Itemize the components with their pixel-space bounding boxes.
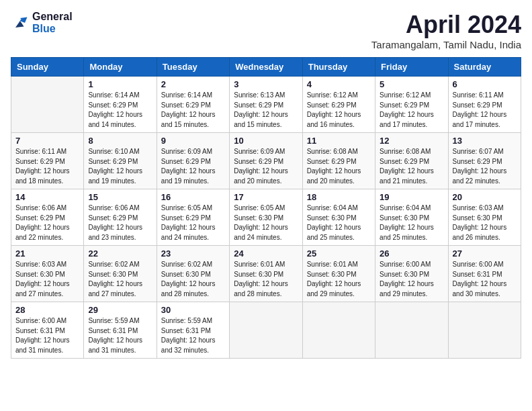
calendar-cell: 25Sunrise: 6:01 AMSunset: 6:30 PMDayligh…: [302, 246, 375, 302]
sunset-text: Sunset: 6:29 PM: [88, 214, 152, 224]
sunset-text: Sunset: 6:29 PM: [380, 101, 443, 111]
daylight-text-2: and 27 minutes.: [88, 289, 152, 300]
sunset-text: Sunset: 6:30 PM: [380, 270, 443, 280]
daylight-text-1: Daylight: 12 hours: [453, 167, 517, 177]
calendar-cell: 13Sunrise: 6:07 AMSunset: 6:29 PMDayligh…: [448, 133, 521, 189]
calendar-cell: [375, 302, 448, 359]
sunset-text: Sunset: 6:29 PM: [161, 157, 225, 167]
sunset-text: Sunset: 6:29 PM: [88, 101, 152, 111]
sunrise-text: Sunrise: 6:00 AM: [15, 316, 79, 326]
daylight-text-2: and 16 minutes.: [307, 120, 371, 130]
calendar-cell: 28Sunrise: 6:00 AMSunset: 6:31 PMDayligh…: [11, 302, 84, 359]
calendar-cell: 27Sunrise: 6:00 AMSunset: 6:31 PMDayligh…: [448, 246, 521, 302]
daylight-text-1: Daylight: 12 hours: [307, 167, 371, 177]
sunrise-text: Sunrise: 6:00 AM: [380, 260, 443, 270]
daylight-text-2: and 19 minutes.: [161, 177, 225, 187]
week-row-3: 14Sunrise: 6:06 AMSunset: 6:29 PMDayligh…: [11, 189, 521, 246]
day-number: 3: [234, 79, 298, 89]
day-number: 15: [88, 192, 152, 202]
calendar-cell: [11, 77, 84, 133]
daylight-text-1: Daylight: 12 hours: [88, 167, 152, 177]
daylight-text-1: Daylight: 12 hours: [380, 223, 443, 233]
day-info: Sunrise: 5:59 AMSunset: 6:31 PMDaylight:…: [161, 316, 225, 355]
week-row-5: 28Sunrise: 6:00 AMSunset: 6:31 PMDayligh…: [11, 302, 521, 359]
calendar-cell: 6Sunrise: 6:11 AMSunset: 6:29 PMDaylight…: [448, 77, 521, 133]
daylight-text-2: and 31 minutes.: [88, 346, 152, 356]
sunset-text: Sunset: 6:31 PM: [161, 326, 225, 336]
daylight-text-1: Daylight: 12 hours: [88, 336, 152, 346]
daylight-text-2: and 24 minutes.: [161, 233, 225, 243]
day-info: Sunrise: 6:01 AMSunset: 6:30 PMDaylight:…: [234, 260, 298, 299]
daylight-text-1: Daylight: 12 hours: [380, 167, 443, 177]
day-number: 12: [380, 136, 443, 146]
sunset-text: Sunset: 6:31 PM: [88, 326, 152, 336]
calendar-header-row: SundayMondayTuesdayWednesdayThursdayFrid…: [11, 58, 521, 77]
day-number: 25: [307, 248, 371, 259]
sunrise-text: Sunrise: 6:12 AM: [380, 91, 443, 101]
day-number: 22: [88, 248, 152, 259]
daylight-text-1: Daylight: 12 hours: [15, 336, 79, 346]
day-number: 21: [15, 248, 79, 259]
daylight-text-2: and 17 minutes.: [453, 120, 517, 130]
sunrise-text: Sunrise: 6:04 AM: [307, 203, 371, 214]
day-info: Sunrise: 6:12 AMSunset: 6:29 PMDaylight:…: [307, 91, 371, 130]
calendar-cell: 15Sunrise: 6:06 AMSunset: 6:29 PMDayligh…: [84, 189, 157, 246]
header-tuesday: Tuesday: [157, 58, 229, 77]
daylight-text-1: Daylight: 12 hours: [234, 223, 298, 233]
sunset-text: Sunset: 6:30 PM: [307, 214, 371, 224]
sunrise-text: Sunrise: 5:59 AM: [88, 316, 152, 326]
sunrise-text: Sunrise: 6:08 AM: [380, 147, 443, 157]
day-number: 8: [88, 136, 152, 146]
sunrise-text: Sunrise: 6:14 AM: [161, 91, 225, 101]
day-info: Sunrise: 6:01 AMSunset: 6:30 PMDaylight:…: [307, 260, 371, 299]
sunrise-text: Sunrise: 6:11 AM: [15, 147, 79, 157]
sunrise-text: Sunrise: 6:12 AM: [307, 91, 371, 101]
week-row-1: 1Sunrise: 6:14 AMSunset: 6:29 PMDaylight…: [11, 77, 521, 133]
day-number: 14: [15, 192, 79, 202]
sunset-text: Sunset: 6:29 PM: [15, 157, 79, 167]
daylight-text-1: Daylight: 12 hours: [234, 167, 298, 177]
sunset-text: Sunset: 6:29 PM: [234, 157, 298, 167]
daylight-text-2: and 17 minutes.: [380, 120, 443, 130]
day-info: Sunrise: 6:11 AMSunset: 6:29 PMDaylight:…: [453, 91, 517, 130]
daylight-text-2: and 28 minutes.: [234, 289, 298, 300]
calendar-cell: 23Sunrise: 6:02 AMSunset: 6:30 PMDayligh…: [157, 246, 229, 302]
daylight-text-2: and 26 minutes.: [453, 233, 517, 243]
logo: General Blue: [11, 11, 73, 34]
title-block: April 2024 Taramangalam, Tamil Nadu, Ind…: [371, 11, 521, 50]
page-header: General Blue April 2024 Taramangalam, Ta…: [11, 11, 521, 50]
daylight-text-2: and 20 minutes.: [234, 177, 298, 187]
daylight-text-2: and 29 minutes.: [307, 289, 371, 300]
sunrise-text: Sunrise: 6:04 AM: [380, 203, 443, 214]
sunset-text: Sunset: 6:29 PM: [453, 157, 517, 167]
sunrise-text: Sunrise: 6:11 AM: [453, 91, 517, 101]
day-info: Sunrise: 6:04 AMSunset: 6:30 PMDaylight:…: [380, 203, 443, 242]
daylight-text-2: and 25 minutes.: [380, 233, 443, 243]
sunset-text: Sunset: 6:29 PM: [161, 101, 225, 111]
calendar-cell: 22Sunrise: 6:02 AMSunset: 6:30 PMDayligh…: [84, 246, 157, 302]
sunset-text: Sunset: 6:29 PM: [307, 101, 371, 111]
daylight-text-2: and 32 minutes.: [161, 346, 225, 356]
sunrise-text: Sunrise: 6:07 AM: [453, 147, 517, 157]
sunset-text: Sunset: 6:31 PM: [453, 270, 517, 280]
day-info: Sunrise: 6:07 AMSunset: 6:29 PMDaylight:…: [453, 147, 517, 186]
daylight-text-1: Daylight: 12 hours: [161, 336, 225, 346]
sunset-text: Sunset: 6:29 PM: [380, 157, 443, 167]
daylight-text-2: and 15 minutes.: [234, 120, 298, 130]
header-monday: Monday: [84, 58, 157, 77]
sunset-text: Sunset: 6:29 PM: [88, 157, 152, 167]
sunrise-text: Sunrise: 6:06 AM: [15, 203, 79, 214]
day-number: 17: [234, 192, 298, 202]
day-info: Sunrise: 6:09 AMSunset: 6:29 PMDaylight:…: [234, 147, 298, 186]
sunrise-text: Sunrise: 6:05 AM: [234, 203, 298, 214]
daylight-text-1: Daylight: 12 hours: [307, 223, 371, 233]
logo-text: General Blue: [32, 11, 73, 34]
calendar-cell: 19Sunrise: 6:04 AMSunset: 6:30 PMDayligh…: [375, 189, 448, 246]
day-number: 2: [161, 79, 225, 89]
calendar-cell: [448, 302, 521, 359]
calendar-cell: 7Sunrise: 6:11 AMSunset: 6:29 PMDaylight…: [11, 133, 84, 189]
day-info: Sunrise: 6:06 AMSunset: 6:29 PMDaylight:…: [88, 203, 152, 242]
day-info: Sunrise: 6:00 AMSunset: 6:31 PMDaylight:…: [15, 316, 79, 355]
day-number: 7: [15, 136, 79, 146]
sunset-text: Sunset: 6:29 PM: [161, 214, 225, 224]
